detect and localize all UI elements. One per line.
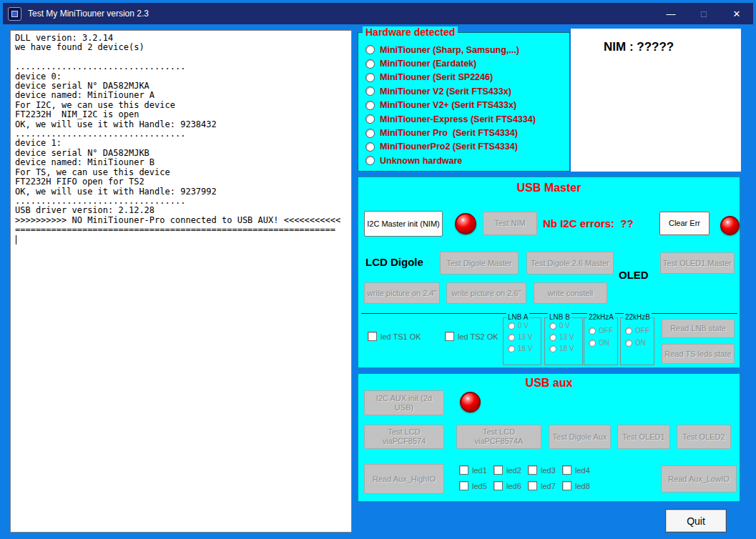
app-window: Test My MiniTiouner version 2.3 — □ ✕ DL… bbox=[0, 0, 756, 539]
checkbox-icon bbox=[494, 481, 503, 490]
i2c-aux-led bbox=[460, 392, 481, 412]
test-nim-button[interactable]: Test NIM bbox=[483, 212, 537, 235]
radio-minitiouner-pro2[interactable]: MiniTiounerPro2 (Serit FTS4334) bbox=[358, 140, 569, 154]
read-aux-highio-button[interactable]: Read Aux_HighIO bbox=[364, 464, 444, 494]
radio-khz-a-on[interactable]: ON bbox=[589, 339, 617, 347]
checkbox-led1[interactable]: led1 bbox=[459, 465, 487, 475]
radio-lnb-a-0v[interactable]: 0 V bbox=[508, 322, 541, 330]
radio-lnb-b-13v[interactable]: 13 V bbox=[549, 333, 582, 341]
checkbox-label: led1 bbox=[472, 466, 487, 475]
radio-khz-a-off[interactable]: OFF bbox=[589, 327, 617, 335]
radio-minitiouner-sharp[interactable]: MiniTiouner (Sharp, Samsung,...) bbox=[358, 43, 569, 56]
radio-icon bbox=[365, 73, 375, 82]
radio-label: ON bbox=[599, 339, 609, 347]
radio-khz-b-on[interactable]: ON bbox=[625, 339, 654, 347]
radio-icon bbox=[508, 322, 515, 330]
radio-icon bbox=[365, 59, 375, 69]
checkbox-led7[interactable]: led7 bbox=[528, 481, 556, 490]
test-digole-master-button[interactable]: Test Digole Master bbox=[440, 252, 519, 275]
checkbox-icon bbox=[459, 465, 468, 475]
nim-panel: NIM : ????? bbox=[571, 29, 741, 172]
radio-label: 13 V bbox=[559, 333, 574, 341]
radio-label: MiniTiouner Pro (Serit FTS4334) bbox=[380, 128, 518, 138]
test-digole-aux-button[interactable]: Test Digole Aux bbox=[549, 425, 611, 449]
radio-label: 18 V bbox=[559, 345, 574, 352]
checkbox-led8[interactable]: led8 bbox=[562, 481, 590, 490]
lnb-a-title: LNB A bbox=[506, 313, 529, 321]
radio-label: 13 V bbox=[518, 333, 533, 341]
i2c-master-led bbox=[455, 213, 476, 234]
quit-button[interactable]: Quit bbox=[665, 509, 727, 533]
checkbox-led2[interactable]: led2 bbox=[494, 465, 521, 475]
minimize-button[interactable]: — bbox=[654, 3, 687, 24]
checkbox-led4[interactable]: led4 bbox=[562, 465, 590, 475]
test-oled1-button[interactable]: Test OLED1 bbox=[617, 425, 670, 449]
radio-label: MiniTiouner (Serit SP2246) bbox=[380, 72, 493, 82]
checkbox-led5[interactable]: led5 bbox=[459, 481, 487, 490]
lnb-a-groupbox: LNB A 0 V 13 V 18 V bbox=[503, 317, 541, 365]
window-title: Test My MiniTiouner version 2.3 bbox=[28, 9, 149, 19]
radio-lnb-a-18v[interactable]: 18 V bbox=[508, 345, 541, 352]
radio-icon bbox=[589, 327, 596, 335]
checkbox-led-ts1[interactable]: led TS1 OK bbox=[368, 332, 421, 341]
test-oled2-button[interactable]: Test OLED2 bbox=[677, 425, 731, 449]
checkbox-led-ts2[interactable]: led TS2 OK bbox=[445, 332, 499, 341]
radio-minitiouner-eardatek[interactable]: MiniTiouner (Eardatek) bbox=[358, 56, 569, 70]
radio-minitiouner-express[interactable]: MiniTiouner-Express (Serit FTS4334) bbox=[358, 112, 569, 126]
radio-icon bbox=[508, 334, 515, 341]
checkbox-led6[interactable]: led6 bbox=[494, 481, 521, 490]
radio-label: OFF bbox=[599, 327, 613, 335]
radio-minitiouner-serit-sp2246[interactable]: MiniTiouner (Serit SP2246) bbox=[358, 71, 569, 84]
radio-label: 0 V bbox=[559, 322, 570, 330]
read-ts-leds-state-button[interactable]: Read TS leds state bbox=[662, 344, 735, 364]
log-textbox[interactable]: DLL version: 3.2.14 we have found 2 devi… bbox=[10, 30, 352, 533]
radio-lnb-b-18v[interactable]: 18 V bbox=[549, 345, 582, 352]
radio-lnb-a-13v[interactable]: 13 V bbox=[508, 333, 541, 341]
window-controls: — □ ✕ bbox=[654, 3, 753, 24]
read-aux-lowio-button[interactable]: Read Aux_LowIO bbox=[661, 465, 737, 493]
khz-a-title: 22kHzA bbox=[587, 313, 615, 321]
i2c-error-led bbox=[720, 216, 740, 235]
write-picture-26-button[interactable]: write picture on 2.6" bbox=[446, 282, 526, 304]
lcd-digole-label: LCD Digole bbox=[365, 256, 423, 268]
radio-lnb-b-0v[interactable]: 0 V bbox=[549, 322, 582, 330]
test-digole-26-master-button[interactable]: Test Digole 2.6 Master bbox=[526, 252, 614, 275]
khz-a-groupbox: 22kHzA OFF ON bbox=[584, 317, 618, 365]
checkbox-icon bbox=[445, 332, 454, 341]
radio-icon bbox=[365, 142, 375, 152]
usb-aux-panel: USB aux I2C AUX init (2d USB) Test LCD v… bbox=[358, 373, 740, 502]
radio-minitiouner-v2plus[interactable]: MiniTiouner V2+ (Serit FTS433x) bbox=[358, 99, 569, 112]
test-oled1-master-button[interactable]: Test OLED1 Master bbox=[660, 252, 735, 274]
checkbox-led3[interactable]: led3 bbox=[528, 465, 556, 475]
i2c-aux-init-button[interactable]: I2C AUX init (2d USB) bbox=[364, 390, 444, 415]
clear-err-button[interactable]: Clear Err bbox=[659, 212, 710, 235]
radio-label: 18 V bbox=[518, 345, 533, 352]
checkbox-icon bbox=[528, 481, 537, 490]
radio-label: MiniTiouner (Eardatek) bbox=[380, 59, 476, 69]
write-picture-24-button[interactable]: write picture on 2.4" bbox=[364, 282, 440, 304]
radio-label: Unknown hardware bbox=[380, 156, 462, 166]
read-lnb-state-button[interactable]: Read LNB state bbox=[662, 319, 735, 338]
checkbox-label: led6 bbox=[506, 482, 521, 490]
radio-label: MiniTiouner (Sharp, Samsung,...) bbox=[380, 45, 519, 55]
close-button[interactable]: ✕ bbox=[720, 3, 753, 24]
hardware-options: MiniTiouner (Sharp, Samsung,...) MiniTio… bbox=[358, 43, 569, 168]
app-icon bbox=[8, 7, 21, 21]
radio-khz-b-off[interactable]: OFF bbox=[625, 327, 654, 335]
write-constell-button[interactable]: write constell bbox=[534, 282, 607, 304]
maximize-button[interactable]: □ bbox=[687, 3, 720, 24]
checkbox-label: led TS2 OK bbox=[458, 332, 499, 341]
radio-icon bbox=[365, 114, 375, 124]
radio-label: MiniTiouner V2 (Serit FTS433x) bbox=[380, 86, 511, 97]
radio-icon bbox=[508, 345, 515, 352]
checkbox-icon bbox=[459, 481, 468, 490]
radio-minitiouner-v2[interactable]: MiniTiouner V2 (Serit FTS433x) bbox=[358, 84, 569, 98]
radio-icon bbox=[625, 327, 632, 335]
checkbox-icon bbox=[562, 465, 571, 475]
test-lcd-pcf8574-button[interactable]: Test LCD viaPCF8574 bbox=[364, 425, 444, 449]
i2c-master-init-button[interactable]: I2C Master init (NIM) bbox=[364, 211, 443, 237]
test-lcd-pcf8574a-button[interactable]: Test LCD viaPCF8574A bbox=[456, 425, 541, 449]
title-bar[interactable]: Test My MiniTiouner version 2.3 — □ ✕ bbox=[3, 3, 753, 24]
radio-unknown-hardware[interactable]: Unknown hardware bbox=[358, 154, 569, 167]
radio-minitiouner-pro[interactable]: MiniTiouner Pro (Serit FTS4334) bbox=[358, 126, 569, 139]
